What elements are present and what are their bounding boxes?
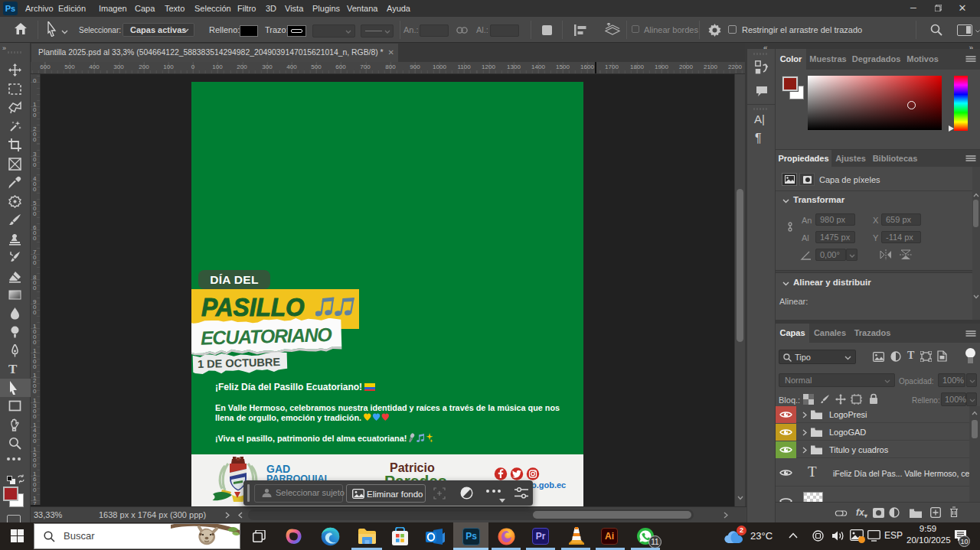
svg-text:1 DE OCTUBRE: 1 DE OCTUBRE [198, 356, 281, 370]
svg-text:ECUATORIANO: ECUATORIANO [200, 324, 332, 349]
